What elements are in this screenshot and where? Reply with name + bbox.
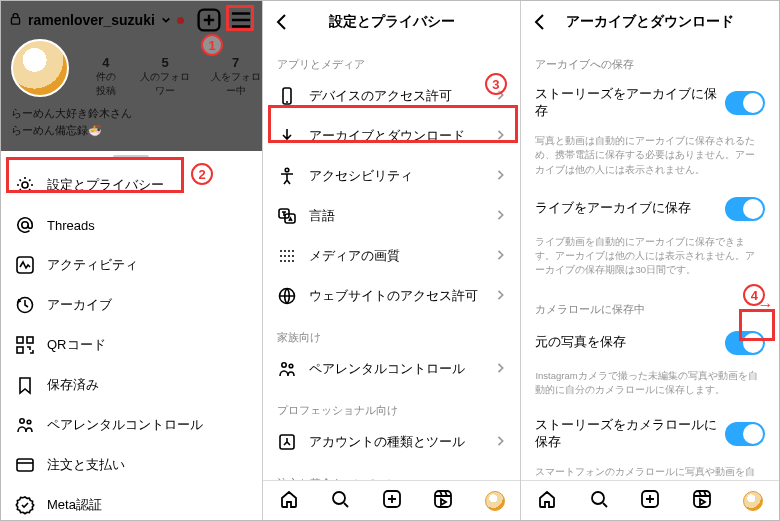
page-title: アーカイブとダウンロード xyxy=(551,13,749,31)
profile-avatar[interactable] xyxy=(11,39,69,97)
menu-item-verified[interactable]: Meta認証 xyxy=(1,485,262,520)
screen-settings-privacy: 設定とプライバシー アプリとメディアデバイスのアクセス許可アーカイブとダウンロー… xyxy=(263,1,522,520)
hamburger-menu-button[interactable] xyxy=(228,7,254,33)
archive-icon xyxy=(15,295,35,315)
menu-item-archive[interactable]: アーカイブ xyxy=(1,285,262,325)
settings-item-download[interactable]: アーカイブとダウンロード xyxy=(263,116,521,156)
profile-header: ramenlover_suzuki xyxy=(1,1,262,39)
settings-item-device[interactable]: デバイスのアクセス許可 xyxy=(263,76,521,116)
chevron-right-icon xyxy=(496,249,506,263)
section-header: 注文と募金キャンペーン xyxy=(263,462,521,480)
nav-create[interactable] xyxy=(640,489,660,512)
account-icon xyxy=(277,432,297,452)
settings-item-web[interactable]: ウェブサイトのアクセス許可 xyxy=(263,276,521,316)
toggle-switch[interactable] xyxy=(725,197,765,221)
media-icon xyxy=(277,246,297,266)
nav-reels[interactable] xyxy=(433,489,453,512)
sheet-handle[interactable] xyxy=(113,155,149,159)
chevron-down-icon[interactable] xyxy=(161,12,171,28)
access-icon xyxy=(277,166,297,186)
section-archive-save: アーカイブへの保存 xyxy=(521,43,779,76)
bottom-nav xyxy=(521,480,779,520)
device-icon xyxy=(277,86,297,106)
parent-icon xyxy=(15,415,35,435)
nav-home[interactable] xyxy=(279,489,299,512)
stat-item[interactable]: 7人をフォロー中 xyxy=(209,55,261,98)
at-icon xyxy=(15,215,35,235)
username[interactable]: ramenlover_suzuki xyxy=(28,12,155,28)
verified-icon xyxy=(15,495,35,515)
gear-icon xyxy=(15,175,35,195)
chevron-right-icon xyxy=(496,362,506,376)
nav-profile[interactable] xyxy=(743,491,763,511)
download-icon xyxy=(277,126,297,146)
qr-icon xyxy=(15,335,35,355)
section-header: プロフェッショナル向け xyxy=(263,389,521,422)
toggle-live-archive: ライブをアーカイブに保存 xyxy=(521,187,779,231)
page-title: 設定とプライバシー xyxy=(293,13,491,31)
settings-item-lang[interactable]: 言語 xyxy=(263,196,521,236)
toggle-switch[interactable] xyxy=(725,331,765,355)
lang-icon xyxy=(277,206,297,226)
toggle-stories-archive: ストーリーズをアーカイブに保存 xyxy=(521,76,779,130)
screen-profile-menu: ramenlover_suzuki 4件の投稿5人のフォロワー7人をフォロー中 … xyxy=(1,1,263,520)
display-name: らーめん大好き鈴木さん xyxy=(11,105,132,122)
nav-search[interactable] xyxy=(589,489,609,512)
toggle-stories-cameraroll: ストーリーズをカメラロールに保存 xyxy=(521,407,779,461)
settings-item-media[interactable]: メディアの画質 xyxy=(263,236,521,276)
nav-home[interactable] xyxy=(537,489,557,512)
section-header: アプリとメディア xyxy=(263,43,521,76)
back-button[interactable] xyxy=(271,11,293,33)
chevron-right-icon xyxy=(496,169,506,183)
toggle-switch[interactable] xyxy=(725,422,765,446)
toggle-original-photo: 元の写真を保存 xyxy=(521,321,779,365)
nav-search[interactable] xyxy=(330,489,350,512)
menu-sheet: 設定とプライバシーThreadsアクティビティアーカイブQRコード保存済みペアレ… xyxy=(1,145,262,520)
chevron-right-icon xyxy=(496,435,506,449)
chevron-right-icon xyxy=(496,89,506,103)
chevron-right-icon xyxy=(496,209,506,223)
lock-icon xyxy=(9,12,22,28)
nav-create[interactable] xyxy=(382,489,402,512)
bio-text: らーめん備忘録🍜 xyxy=(11,122,132,139)
nav-reels[interactable] xyxy=(692,489,712,512)
profile-stats: 4件の投稿5人のフォロワー7人をフォロー中 xyxy=(91,55,262,98)
menu-item-bookmark[interactable]: 保存済み xyxy=(1,365,262,405)
settings-item-access[interactable]: アクセシビリティ xyxy=(263,156,521,196)
stat-item[interactable]: 5人のフォロワー xyxy=(139,55,191,98)
menu-item-parent[interactable]: ペアレンタルコントロール xyxy=(1,405,262,445)
bookmark-icon xyxy=(15,375,35,395)
create-button[interactable] xyxy=(196,7,222,33)
notification-dot xyxy=(177,17,184,24)
card-icon xyxy=(15,455,35,475)
bottom-nav xyxy=(263,480,521,520)
menu-item-qr[interactable]: QRコード xyxy=(1,325,262,365)
nav-profile[interactable] xyxy=(485,491,505,511)
chevron-right-icon xyxy=(496,289,506,303)
stat-item[interactable]: 4件の投稿 xyxy=(91,55,121,98)
menu-item-at[interactable]: Threads xyxy=(1,205,262,245)
chevron-right-icon xyxy=(496,129,506,143)
menu-item-card[interactable]: 注文と支払い xyxy=(1,445,262,485)
menu-item-activity[interactable]: アクティビティ xyxy=(1,245,262,285)
parent-icon xyxy=(277,359,297,379)
section-cameraroll: カメラロールに保存中 xyxy=(521,288,779,321)
menu-item-gear[interactable]: 設定とプライバシー xyxy=(1,165,262,205)
settings-item-account[interactable]: アカウントの種類とツール xyxy=(263,422,521,462)
settings-item-parent[interactable]: ペアレンタルコントロール xyxy=(263,349,521,389)
toggle-switch[interactable] xyxy=(725,91,765,115)
back-button[interactable] xyxy=(529,11,551,33)
web-icon xyxy=(277,286,297,306)
section-header: 家族向け xyxy=(263,316,521,349)
activity-icon xyxy=(15,255,35,275)
screen-archive-download: アーカイブとダウンロード アーカイブへの保存 ストーリーズをアーカイブに保存 写… xyxy=(521,1,779,520)
